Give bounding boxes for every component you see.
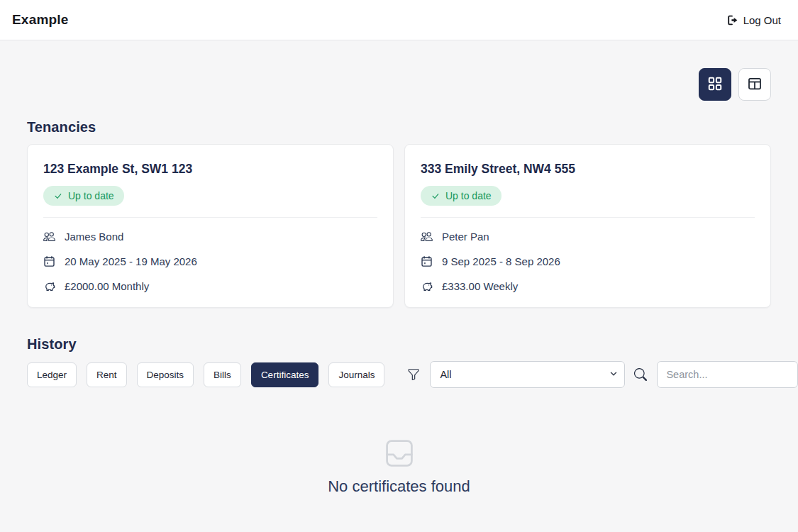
tenancy-dates: 9 Sep 2025 - 8 Sep 2026	[442, 255, 560, 267]
calendar-icon	[43, 255, 55, 267]
app-header: Example Log Out	[0, 0, 798, 40]
piggy-bank-icon	[421, 280, 433, 292]
tenancy-title: 333 Emily Street, NW4 555	[421, 162, 755, 177]
history-heading: History	[27, 336, 771, 353]
rent-row: £333.00 Weekly	[421, 280, 755, 292]
tenancy-card[interactable]: 333 Emily Street, NW4 555 Up to date Pet…	[404, 144, 771, 308]
table-view-button[interactable]	[738, 68, 771, 101]
search-input[interactable]	[657, 361, 798, 388]
people-icon	[43, 231, 55, 243]
tab-certificates[interactable]: Certificates	[251, 362, 319, 387]
people-icon	[421, 231, 433, 243]
empty-message: No certificates found	[27, 477, 771, 496]
rent-amount: £2000.00 Monthly	[65, 280, 149, 292]
grid-view-button[interactable]	[699, 68, 731, 101]
status-label: Up to date	[445, 190, 492, 201]
rent-row: £2000.00 Monthly	[43, 280, 377, 292]
check-icon	[431, 192, 440, 201]
tab-ledger[interactable]: Ledger	[27, 362, 77, 387]
tenancy-dates: 20 May 2025 - 19 May 2026	[65, 255, 197, 267]
filter-select-wrap: All	[430, 361, 625, 388]
dates-row: 20 May 2025 - 19 May 2026	[43, 255, 377, 267]
empty-state: No certificates found	[27, 438, 771, 496]
tab-bills[interactable]: Bills	[204, 362, 241, 387]
tab-journals[interactable]: Journals	[328, 362, 384, 387]
status-badge: Up to date	[421, 186, 501, 206]
grid-view-icon	[708, 77, 722, 93]
funnel-icon	[407, 368, 420, 381]
filter-select[interactable]: All	[430, 361, 625, 388]
tenant-name: Peter Pan	[442, 231, 489, 243]
rent-amount: £333.00 Weekly	[442, 280, 518, 292]
tenancy-title: 123 Example St, SW1 123	[43, 162, 377, 177]
calendar-icon	[421, 255, 433, 267]
dates-row: 9 Sep 2025 - 8 Sep 2026	[421, 255, 755, 267]
tenant-name: James Bond	[65, 231, 123, 243]
tab-rent[interactable]: Rent	[87, 362, 127, 387]
tenancy-cards: 123 Example St, SW1 123 Up to date James…	[27, 144, 771, 308]
status-label: Up to date	[68, 190, 114, 201]
search-icon	[634, 368, 647, 381]
tenancies-heading: Tenancies	[27, 119, 771, 135]
tab-deposits[interactable]: Deposits	[137, 362, 194, 387]
logout-label: Log Out	[743, 14, 781, 26]
history-controls: Ledger Rent Deposits Bills Certificates …	[27, 361, 771, 388]
card-divider	[421, 217, 755, 218]
main-content: Tenancies 123 Example St, SW1 123 Up to …	[0, 68, 798, 496]
tenancy-card[interactable]: 123 Example St, SW1 123 Up to date James…	[27, 144, 394, 308]
view-toggle	[27, 68, 771, 101]
check-icon	[53, 192, 62, 201]
table-view-icon	[748, 77, 762, 93]
piggy-bank-icon	[43, 280, 55, 292]
card-divider	[43, 217, 377, 218]
inbox-icon	[384, 459, 415, 471]
app-title: Example	[12, 12, 69, 28]
status-badge: Up to date	[43, 186, 124, 206]
sign-out-icon	[726, 14, 738, 26]
tenant-row: Peter Pan	[421, 231, 755, 243]
tenant-row: James Bond	[43, 231, 377, 243]
logout-button[interactable]: Log Out	[726, 14, 781, 26]
